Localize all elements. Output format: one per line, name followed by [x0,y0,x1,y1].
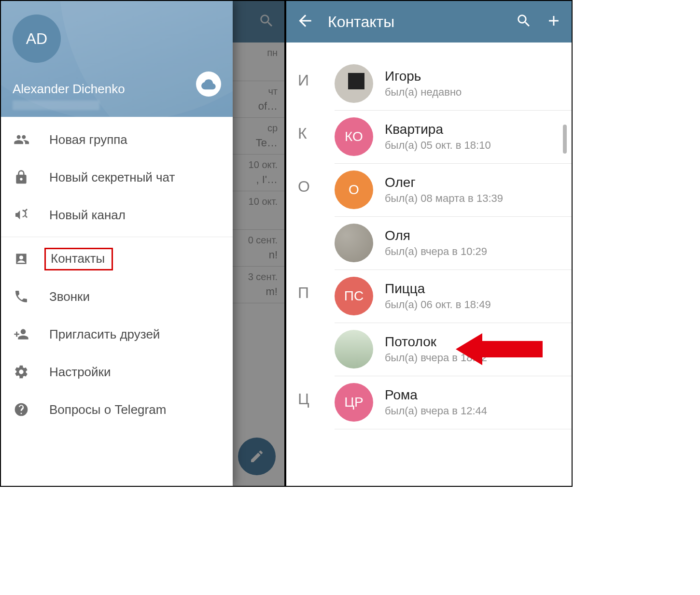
menu-item-help[interactable]: Вопросы о Telegram [1,391,233,428]
chat-snippet: , I'… [230,173,278,186]
menu-label: Звонки [49,289,90,304]
back-icon[interactable] [296,12,314,32]
contact-row[interactable]: КО Квартира был(а) 05 окт. в 18:10 [286,110,572,163]
menu-label: Вопросы о Telegram [49,402,166,417]
chat-row-bg: чт of… [230,81,284,118]
contacts-list[interactable]: И Игорь был(а) недавно К КО Квартира был… [286,42,572,429]
contact-status: был(а) недавно [385,86,462,99]
menu-item-lock[interactable]: Новый секретный чат [1,158,233,196]
help-icon [13,402,30,417]
menu-divider [1,237,233,237]
search-icon[interactable] [516,13,532,31]
contact-status: был(а) вчера в 12:44 [385,405,487,417]
contact-avatar [335,64,373,103]
lock-icon [13,170,30,185]
group-icon [13,132,30,147]
chat-row-bg: 0 сент. n! [230,230,284,267]
nav-drawer: AD Alexander Dichenko Новая группа Новый… [1,1,233,486]
settings-icon [13,364,30,380]
contact-name: Квартира [385,122,491,137]
chat-date: 0 сент. [230,235,278,246]
compose-fab[interactable] [238,438,276,475]
chat-row-bg: 3 сент. m! [230,267,284,303]
contact-name: Оля [385,228,487,243]
profile-phone-blurred [13,100,99,110]
menu-label: Пригласить друзей [49,327,160,342]
menu-label: Новый секретный чат [49,170,175,185]
menu-item-group[interactable]: Новая группа [1,121,233,158]
chat-snippet: Te… [230,137,278,149]
contact-avatar [335,330,373,368]
contact-avatar: О [335,170,373,209]
invite-icon [13,326,30,342]
menu-label: Новая группа [49,132,127,147]
contact-row[interactable]: Оля был(а) вчера в 10:29 [286,216,572,269]
contact-avatar: ЦР [335,383,373,422]
contact-status: был(а) вчера в 10:29 [385,245,487,258]
phone-icon [13,289,30,304]
svg-point-0 [19,255,23,259]
contacts-appbar: Контакты [286,1,572,42]
menu-item-contact[interactable]: Контакты [1,240,233,278]
contact-avatar: КО [335,117,373,156]
profile-name: Alexander Dichenko [13,82,125,97]
profile-avatar[interactable]: AD [13,14,61,63]
drawer-menu: Новая группа Новый секретный чат Новый к… [1,117,233,428]
chat-row-bg: 10 окт. [230,191,284,230]
menu-label: Новый канал [49,208,126,223]
chat-row-bg: пн [230,42,284,81]
cloud-button[interactable] [196,71,221,97]
contacts-pane: Контакты И Игорь был(а) недавно К КО Ква… [286,1,572,486]
chat-snippet: m! [230,285,278,298]
chat-row-bg: 10 окт. , I'… [230,155,284,191]
contact-name: Игорь [385,69,462,84]
megaphone-icon [13,207,30,223]
menu-item-phone[interactable]: Звонки [1,278,233,315]
svg-marker-1 [456,333,543,365]
drawer-header: AD Alexander Dichenko [1,1,233,117]
chat-date: 3 сент. [230,271,278,283]
chat-snippet: of… [230,100,278,113]
contact-row[interactable]: ПС Пицца был(а) 06 окт. в 18:49 [286,269,572,323]
chat-date: чт [230,86,278,97]
contact-row[interactable]: ЦР Рома был(а) вчера в 12:44 [286,376,572,429]
appbar-title: Контакты [328,13,502,31]
contact-status: был(а) 05 окт. в 18:10 [385,139,491,152]
chat-snippet: n! [230,249,278,261]
chatlist-background: пн чт of… ср Te… 10 окт. , I'… 10 окт. 0… [230,1,284,486]
drawer-pane: пн чт of… ср Te… 10 окт. , I'… 10 окт. 0… [1,1,286,486]
contact-status: был(а) 06 окт. в 18:49 [385,298,491,311]
chat-date: ср [230,123,278,134]
contact-avatar: ПС [335,277,373,315]
contact-icon [13,251,30,267]
chat-date: 10 окт. [230,159,278,170]
chat-date: пн [230,47,278,58]
search-icon[interactable] [258,13,275,31]
contact-name: Пицца [385,281,491,297]
highlight-arrow [456,332,543,366]
contact-avatar [335,224,373,262]
contact-status: был(а) 08 марта в 13:39 [385,192,503,205]
contact-row[interactable]: О Олег был(а) 08 марта в 13:39 [286,163,572,216]
menu-item-invite[interactable]: Пригласить друзей [1,315,233,353]
avatar-initials: AD [26,30,47,48]
chat-row-bg: ср Te… [230,118,284,155]
menu-item-megaphone[interactable]: Новый канал [1,196,233,234]
chatlist-header [230,1,284,42]
chat-date: 10 окт. [230,196,278,207]
menu-label: Настройки [49,365,111,380]
menu-item-settings[interactable]: Настройки [1,353,233,391]
contact-row[interactable]: Игорь был(а) недавно [286,57,572,110]
menu-label-highlighted: Контакты [44,248,113,270]
contact-name: Рома [385,387,487,403]
add-contact-icon[interactable] [546,13,562,31]
contact-name: Олег [385,175,503,190]
